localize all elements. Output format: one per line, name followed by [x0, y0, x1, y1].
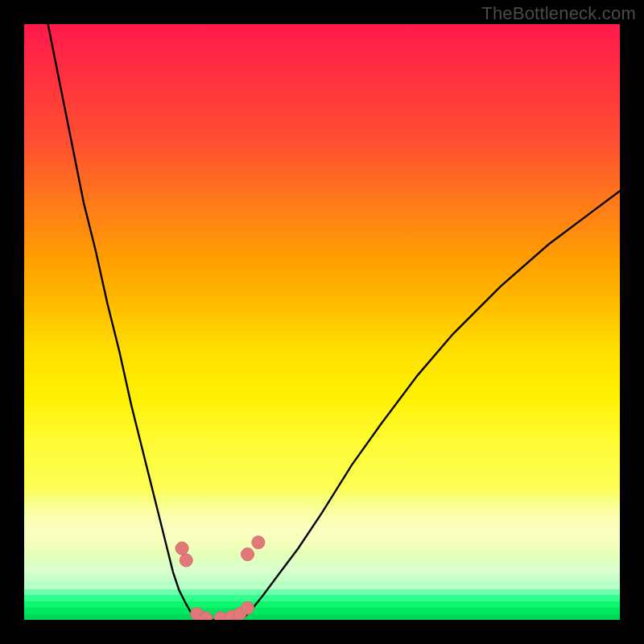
- curve-right-branch: [242, 191, 620, 620]
- marker-dot: [252, 536, 265, 549]
- curve-layer: [24, 24, 620, 620]
- marker-dot: [180, 554, 192, 567]
- chart-frame: TheBottleneck.com: [0, 0, 644, 644]
- plot-area: [24, 24, 620, 620]
- curve-left-branch: [48, 24, 200, 620]
- marker-dot: [175, 542, 188, 555]
- watermark-text: TheBottleneck.com: [481, 3, 636, 24]
- marker-dot: [242, 548, 254, 561]
- marker-dot: [242, 601, 254, 614]
